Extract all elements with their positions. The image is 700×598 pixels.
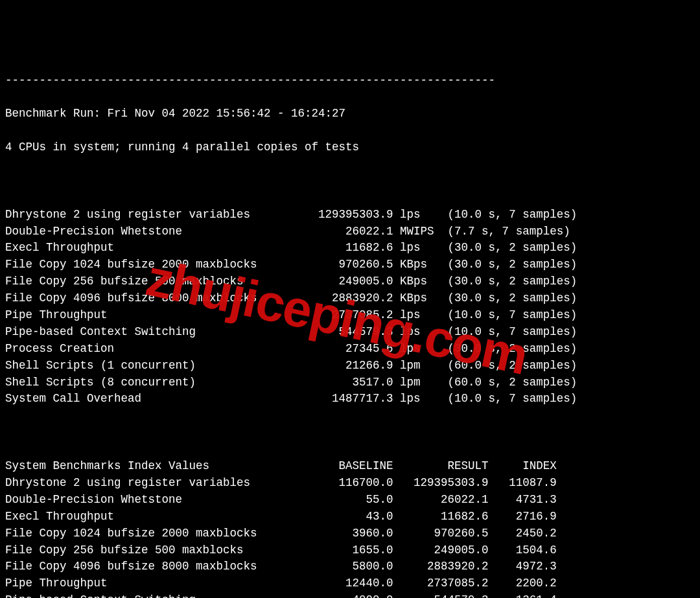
result-row: File Copy 1024 bufsize 2000 maxblocks 97… bbox=[5, 257, 695, 273]
result-row: Shell Scripts (8 concurrent) 3517.0 lpm … bbox=[5, 374, 695, 391]
index-row: Double-Precision Whetstone 55.0 26022.1 … bbox=[5, 492, 695, 509]
index-row: File Copy 1024 bufsize 2000 maxblocks 39… bbox=[5, 525, 695, 542]
result-row: Process Creation 27345.6 lps (30.0 s, 2 … bbox=[5, 341, 695, 358]
result-row: System Call Overhead 1487717.3 lps (10.0… bbox=[5, 391, 695, 408]
result-row: Pipe Throughput 2737085.2 lps (10.0 s, 7… bbox=[5, 307, 695, 324]
result-row: File Copy 256 bufsize 500 maxblocks 2490… bbox=[5, 273, 695, 290]
index-row: File Copy 256 bufsize 500 maxblocks 1655… bbox=[5, 542, 695, 559]
blank-line bbox=[5, 173, 695, 190]
index-row: Pipe Throughput 12440.0 2737085.2 2200.2 bbox=[5, 575, 695, 592]
index-row: Pipe-based Context Switching 4000.0 5445… bbox=[5, 592, 695, 598]
index-block: System Benchmarks Index Values BASELINE … bbox=[5, 458, 695, 598]
results-block: Dhrystone 2 using register variables 129… bbox=[5, 207, 695, 408]
result-row: Pipe-based Context Switching 544579.3 lp… bbox=[5, 324, 695, 341]
index-row: Dhrystone 2 using register variables 116… bbox=[5, 475, 695, 492]
benchmark-run-line: Benchmark Run: Fri Nov 04 2022 15:56:42 … bbox=[5, 106, 695, 122]
blank-line bbox=[5, 424, 695, 441]
result-row: Execl Throughput 11682.6 lps (30.0 s, 2 … bbox=[5, 240, 695, 257]
result-row: Dhrystone 2 using register variables 129… bbox=[5, 207, 695, 224]
separator-line: ----------------------------------------… bbox=[5, 73, 695, 89]
result-row: Double-Precision Whetstone 26022.1 MWIPS… bbox=[5, 224, 695, 240]
index-row: Execl Throughput 43.0 11682.6 2716.9 bbox=[5, 509, 695, 525]
result-row: Shell Scripts (1 concurrent) 21266.9 lpm… bbox=[5, 358, 695, 374]
cpu-line: 4 CPUs in system; running 4 parallel cop… bbox=[5, 139, 695, 156]
result-row: File Copy 4096 bufsize 8000 maxblocks 28… bbox=[5, 290, 695, 307]
index-row: File Copy 4096 bufsize 8000 maxblocks 58… bbox=[5, 558, 695, 575]
index-header-row: System Benchmarks Index Values BASELINE … bbox=[5, 458, 695, 475]
